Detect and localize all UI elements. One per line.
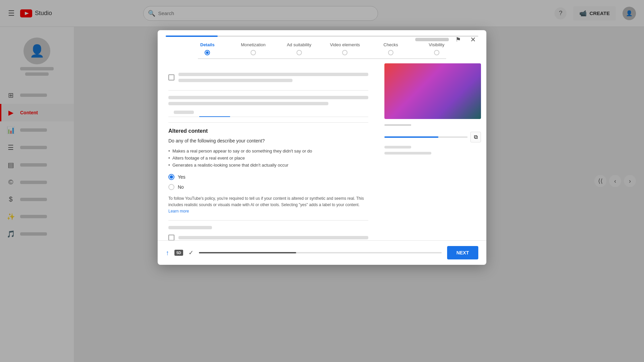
bottom-checkbox-row bbox=[168, 233, 368, 240]
divider-1 bbox=[168, 90, 368, 90]
slider-track[interactable] bbox=[384, 136, 468, 138]
modal-left-panel: Altered content Do any of the following … bbox=[158, 58, 379, 240]
tab-video-circle bbox=[342, 50, 347, 55]
radio-yes-option[interactable]: Yes bbox=[168, 174, 368, 180]
tab-monetization-label: Monetization bbox=[241, 42, 266, 47]
tab-checks-label: Checks bbox=[383, 42, 398, 47]
subtab-1[interactable] bbox=[168, 108, 199, 117]
title-checkbox-row bbox=[168, 70, 368, 85]
tab-checks[interactable]: Checks bbox=[368, 42, 414, 55]
radio-yes-label: Yes bbox=[178, 174, 185, 180]
altered-content-section: Altered content Do any of the following … bbox=[168, 128, 368, 215]
bottom-line-1 bbox=[178, 236, 368, 239]
altered-content-title: Altered content bbox=[168, 128, 368, 134]
description-area bbox=[168, 96, 368, 105]
title-field-lines bbox=[178, 70, 368, 85]
title-checkbox[interactable] bbox=[168, 74, 174, 80]
radio-group: Yes No bbox=[168, 174, 368, 190]
bottom-checkbox-lines bbox=[178, 233, 368, 240]
tab-visibility-label: Visibility bbox=[429, 42, 444, 47]
subtab-1-line bbox=[174, 111, 194, 114]
copy-icon: ⧉ bbox=[474, 134, 478, 140]
tab-ad-label: Ad suitability bbox=[287, 42, 311, 47]
tab-video-label: Video elements bbox=[330, 42, 360, 47]
upload-modal: ⚑ ✕ Details Monetization Ad suitabil bbox=[158, 30, 486, 265]
subtab-2[interactable] bbox=[199, 108, 230, 117]
footer-progress-bar bbox=[199, 252, 442, 253]
tab-video-elements[interactable]: Video elements bbox=[322, 42, 368, 55]
radio-no-option[interactable]: No bbox=[168, 184, 368, 190]
bullet-2: Alters footage of a real event or place bbox=[168, 155, 368, 162]
modal-progress-bar-fill bbox=[166, 36, 218, 37]
radio-no-label: No bbox=[178, 184, 184, 190]
tab-details[interactable]: Details bbox=[184, 42, 230, 55]
footer-badge: 5D bbox=[174, 250, 183, 256]
slider-fill bbox=[384, 136, 438, 138]
right-gray-line-2 bbox=[384, 152, 431, 155]
policy-text: To follow YouTube's policy, you're requi… bbox=[168, 195, 368, 215]
desc-line-1 bbox=[168, 96, 368, 99]
tab-visibility[interactable]: Visibility bbox=[414, 42, 460, 55]
radio-no-circle bbox=[168, 184, 174, 190]
thumbnail-preview bbox=[384, 63, 481, 119]
modal-header: ⚑ ✕ bbox=[158, 30, 486, 42]
tab-ad-circle bbox=[297, 50, 302, 55]
learn-more-link[interactable]: Learn more bbox=[168, 209, 189, 214]
right-gray-top bbox=[384, 124, 411, 126]
tab-monetization-circle bbox=[251, 50, 256, 55]
sub-tabs-row bbox=[168, 108, 368, 117]
title-line-1 bbox=[178, 73, 368, 76]
tab-details-circle bbox=[205, 50, 210, 55]
bottom-field-line bbox=[168, 226, 212, 229]
step-tabs: Details Monetization Ad suitability Vide… bbox=[171, 42, 473, 55]
bottom-checkbox[interactable] bbox=[168, 235, 174, 240]
tab-checks-circle bbox=[388, 50, 393, 55]
modal-footer: ↑ 5D ✓ NEXT bbox=[158, 240, 486, 265]
divider-2 bbox=[168, 122, 368, 123]
right-gray-line-1 bbox=[384, 146, 411, 148]
bullet-3: Generates a realistic-looking scene that… bbox=[168, 162, 368, 169]
tab-visibility-circle bbox=[434, 50, 439, 55]
subtab-2-line bbox=[205, 111, 225, 113]
divider-3 bbox=[168, 220, 368, 221]
radio-yes-circle bbox=[168, 174, 174, 180]
modal-header-gray-bar bbox=[415, 38, 449, 41]
altered-content-bullets: Makes a real person appear to say or do … bbox=[168, 147, 368, 169]
copy-button[interactable]: ⧉ bbox=[470, 132, 481, 142]
tab-details-label: Details bbox=[200, 42, 215, 47]
footer-check-icon: ✓ bbox=[189, 249, 194, 256]
modal-body: Altered content Do any of the following … bbox=[158, 58, 486, 240]
step-tabs-container: Details Monetization Ad suitability Vide… bbox=[158, 42, 486, 58]
right-controls: ⧉ bbox=[384, 124, 481, 155]
next-button[interactable]: NEXT bbox=[447, 246, 478, 259]
altered-content-question: Do any of the following describe your co… bbox=[168, 138, 368, 143]
slider-row: ⧉ bbox=[384, 132, 481, 142]
modal-right-panel: ⧉ bbox=[379, 58, 486, 240]
tab-ad-suitability[interactable]: Ad suitability bbox=[276, 42, 322, 55]
modal-overlay: ⚑ ✕ Details Monetization Ad suitabil bbox=[0, 0, 644, 362]
tab-monetization[interactable]: Monetization bbox=[230, 42, 276, 55]
upload-icon[interactable]: ↑ bbox=[166, 249, 169, 257]
desc-line-2 bbox=[168, 102, 328, 105]
bullet-1: Makes a real person appear to say or do … bbox=[168, 147, 368, 155]
footer-progress-fill bbox=[199, 252, 296, 253]
bottom-field-area bbox=[168, 226, 368, 240]
title-line-2 bbox=[178, 79, 292, 82]
step-connector bbox=[198, 58, 446, 59]
